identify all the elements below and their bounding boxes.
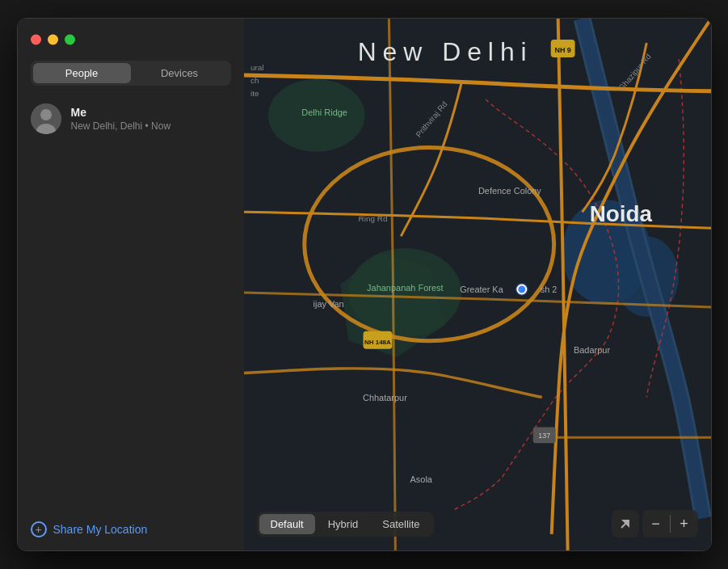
sidebar-footer: + Share My Location (18, 508, 244, 550)
person-info: Me New Delhi, Delhi • Now (71, 106, 171, 132)
zoom-buttons: − + (642, 510, 698, 537)
svg-text:Jahanpanah Forest: Jahanpanah Forest (367, 283, 443, 293)
minimize-button[interactable] (48, 35, 58, 45)
map-svg: NH 9 NH 148A 137 New Delhi Noida Defence… (244, 19, 711, 550)
svg-text:Chhatarpur: Chhatarpur (362, 394, 406, 403)
svg-text:ch: ch (250, 76, 259, 85)
svg-text:Greater Ka: Greater Ka (460, 284, 503, 294)
person-name: Me (71, 106, 171, 119)
svg-text:ite: ite (250, 89, 259, 98)
traffic-lights (31, 35, 75, 45)
svg-text:sh 2: sh 2 (540, 284, 557, 294)
plus-circle-icon: + (31, 521, 47, 537)
svg-text:Badarpur: Badarpur (573, 345, 609, 355)
maximize-button[interactable] (65, 35, 75, 45)
map-type-satellite[interactable]: Satellite (371, 514, 431, 534)
person-location: New Delhi, Delhi • Now (71, 120, 171, 132)
share-location-button[interactable]: + Share My Location (31, 521, 148, 537)
svg-text:New Delhi: New Delhi (357, 37, 532, 66)
svg-text:ijay Van: ijay Van (313, 299, 343, 309)
svg-text:NH 148A: NH 148A (364, 339, 391, 346)
svg-text:137: 137 (538, 432, 550, 440)
avatar-icon (31, 103, 61, 134)
svg-point-1 (40, 109, 52, 120)
tab-devices[interactable]: Devices (131, 63, 229, 83)
tab-people[interactable]: People (33, 63, 131, 83)
svg-text:Delhi Ridge: Delhi Ridge (301, 107, 347, 117)
map-controls: Default Hybrid Satellite − + (244, 510, 711, 537)
map-type-default[interactable]: Default (259, 514, 315, 534)
sidebar: People Devices Me New Delhi, Delhi • Now… (18, 19, 244, 550)
navigation-icon (619, 517, 632, 530)
share-location-label: Share My Location (53, 523, 148, 536)
app-window: People Devices Me New Delhi, Delhi • Now… (17, 18, 712, 551)
avatar-me (31, 103, 61, 134)
zoom-out-button[interactable]: − (642, 510, 670, 537)
titlebar (18, 19, 244, 61)
tab-bar: People Devices (31, 61, 231, 86)
map-type-hybrid[interactable]: Hybrid (317, 514, 370, 534)
svg-text:NH 9: NH 9 (554, 46, 570, 54)
svg-text:Ring Rd: Ring Rd (358, 214, 387, 223)
location-button[interactable] (612, 510, 639, 537)
map-area: NH 9 NH 148A 137 New Delhi Noida Defence… (244, 19, 711, 550)
map-type-buttons: Default Hybrid Satellite (257, 512, 434, 537)
person-item-me[interactable]: Me New Delhi, Delhi • Now (18, 95, 244, 142)
close-button[interactable] (31, 35, 41, 45)
zoom-in-button[interactable]: + (671, 510, 698, 537)
zoom-controls: − + (612, 510, 698, 537)
svg-text:Noida: Noida (589, 201, 652, 226)
svg-text:ural: ural (250, 63, 263, 72)
svg-text:Defence Colony: Defence Colony (478, 186, 541, 196)
svg-text:Asola: Asola (410, 474, 432, 484)
